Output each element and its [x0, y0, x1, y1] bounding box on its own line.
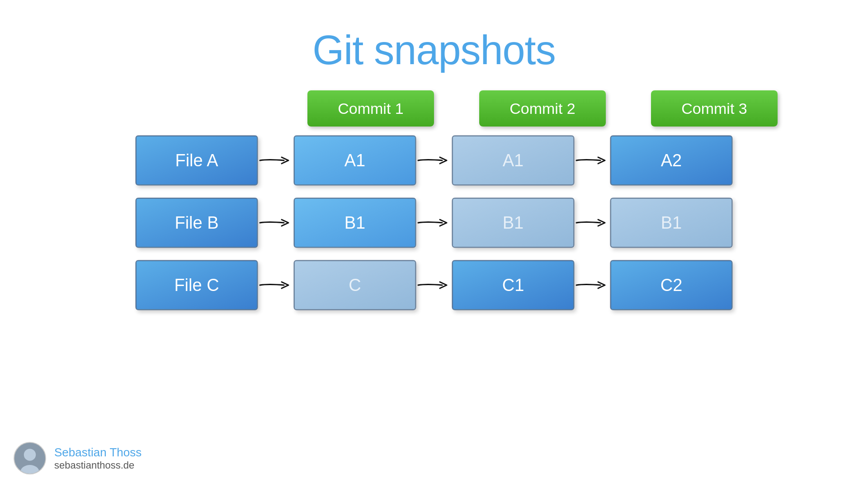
cell-c: C [294, 260, 416, 310]
cell-c1: C1 [452, 260, 574, 310]
diagram-area: Commit 1 Commit 2 Commit 3 File A A1 A1 [0, 90, 868, 323]
commits-row: Commit 1 Commit 2 Commit 3 [90, 90, 778, 127]
file-row-a: File A A1 A1 A2 [136, 136, 732, 185]
arrow [574, 216, 610, 230]
cell-c2: C2 [610, 260, 732, 310]
footer: Sebastian Thoss sebastianthoss.de [14, 442, 142, 474]
arrow [416, 278, 452, 292]
arrow [416, 216, 452, 230]
file-row-c: File C C C1 C2 [136, 260, 732, 310]
cell-a1-1: A1 [294, 136, 416, 185]
cell-a2: A2 [610, 136, 732, 185]
cell-b1-3: B1 [610, 198, 732, 248]
arrow [258, 216, 294, 230]
cell-file-b: File B [136, 198, 258, 248]
footer-text: Sebastian Thoss sebastianthoss.de [54, 446, 142, 471]
arrow [574, 154, 610, 167]
cell-a1-2: A1 [452, 136, 574, 185]
avatar [14, 442, 46, 474]
cell-file-c: File C [136, 260, 258, 310]
cell-file-a: File A [136, 136, 258, 185]
arrow [574, 278, 610, 292]
arrow [258, 278, 294, 292]
arrow [416, 154, 452, 167]
svg-point-1 [24, 449, 36, 460]
arrow [258, 154, 294, 167]
commit-box-1: Commit 1 [307, 90, 434, 127]
commit-box-3: Commit 3 [651, 90, 778, 127]
commit-box-2: Commit 2 [479, 90, 606, 127]
file-row-b: File B B1 B1 B1 [136, 198, 732, 248]
cell-b1-1: B1 [294, 198, 416, 248]
footer-url: sebastianthoss.de [54, 460, 142, 471]
cell-b1-2: B1 [452, 198, 574, 248]
footer-name: Sebastian Thoss [54, 446, 142, 460]
page-title: Git snapshots [0, 0, 868, 74]
